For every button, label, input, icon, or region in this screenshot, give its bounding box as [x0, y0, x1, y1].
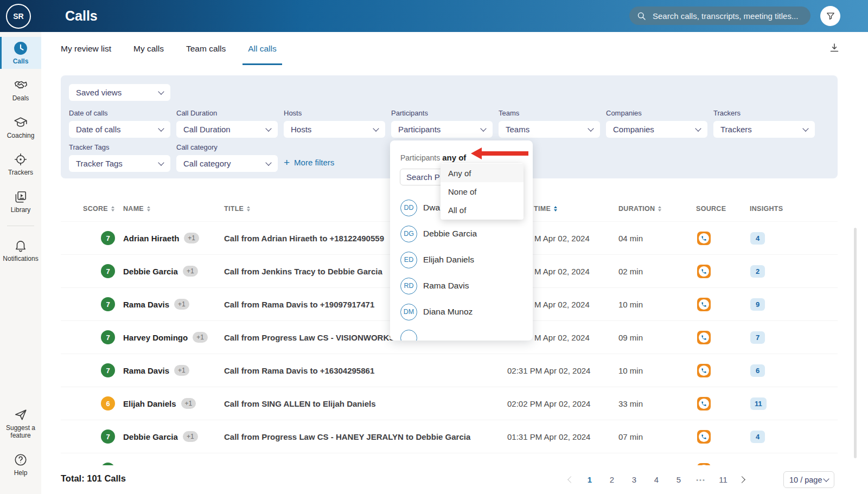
call-time: 01:31 PM Apr 02, 2024 [507, 432, 618, 441]
plus-icon: + [284, 157, 290, 168]
saved-views-select[interactable]: Saved views [69, 84, 170, 101]
extra-participants-badge[interactable]: +1 [183, 431, 198, 442]
sort-icon[interactable] [147, 206, 150, 211]
page-button-1[interactable]: 1 [584, 475, 596, 484]
participant-name: Diana Munoz [423, 307, 473, 317]
insights-count[interactable]: 4 [750, 431, 765, 443]
sidebar-item-suggest-a-feature[interactable]: Suggest a feature [0, 403, 41, 444]
insights-count[interactable]: 2 [750, 265, 765, 278]
chevron-down-icon [265, 159, 271, 165]
source-badge [697, 364, 711, 377]
call-duration: 09 min [618, 333, 696, 342]
insights-count[interactable]: 7 [750, 331, 765, 344]
more-filters-link[interactable]: +More filters [284, 154, 385, 171]
score-badge: 7 [101, 297, 115, 311]
insights-count[interactable]: 4 [750, 232, 765, 245]
download-icon [828, 42, 842, 55]
filter-companies-select[interactable]: Companies [606, 121, 707, 138]
participant-option[interactable]: RDRama Davis [400, 273, 533, 299]
extra-participants-badge[interactable]: +1 [181, 398, 196, 409]
participant-option[interactable]: DMDiana Munoz [400, 299, 533, 325]
filter-hosts-select[interactable]: Hosts [284, 121, 385, 138]
extra-participants-badge[interactable]: +1 [184, 233, 199, 243]
column-header-source: SOURCE [696, 205, 750, 213]
filter-teams-select[interactable]: Teams [499, 121, 600, 138]
filter-trackers: TrackersTrackers [713, 109, 815, 138]
search-filter-button[interactable] [820, 6, 840, 26]
operator-value[interactable]: any of [442, 153, 466, 162]
insights-count[interactable]: 6 [750, 364, 765, 377]
tab-all-calls[interactable]: All calls [242, 32, 282, 65]
score-badge: 7 [101, 363, 115, 377]
pagination-ellipsis: ••• [695, 477, 707, 483]
column-header-name[interactable]: NAME [123, 205, 224, 213]
filter-call-category-select[interactable]: Call category [176, 155, 278, 172]
insights-count[interactable]: 11 [750, 397, 767, 410]
tab-my-calls[interactable]: My calls [128, 32, 169, 65]
sidebar-item-library[interactable]: Library [0, 185, 41, 217]
sidebar-divider [7, 226, 34, 226]
score-badge: 7 [101, 429, 115, 444]
sidebar-item-deals[interactable]: Deals [0, 74, 41, 106]
page-button-3[interactable]: 3 [628, 475, 640, 484]
filter-date-of-calls-select[interactable]: Date of calls [69, 121, 170, 138]
participant-avatar: DG [400, 226, 417, 242]
page-button-5[interactable]: 5 [673, 475, 685, 484]
chevron-down-icon [823, 476, 829, 482]
extra-participants-badge[interactable]: +1 [193, 332, 208, 343]
sort-icon[interactable] [111, 206, 114, 211]
call-name: Elijah Daniels+1 [123, 398, 224, 409]
call-duration: 02 min [618, 267, 696, 276]
participant-avatar: DM [400, 304, 417, 320]
filter-tracker-tags-select[interactable]: Tracker Tags [69, 155, 170, 172]
sort-icon[interactable] [554, 206, 557, 211]
avatar[interactable]: SR [6, 4, 31, 29]
sidebar-item-calls[interactable]: Calls [0, 37, 41, 69]
column-header-duration[interactable]: DURATION [618, 205, 696, 213]
sidebar-item-trackers[interactable]: Trackers [0, 148, 41, 180]
sort-icon[interactable] [247, 206, 250, 211]
tab-team-calls[interactable]: Team calls [181, 32, 231, 65]
filter-participants-select[interactable]: Participants [391, 121, 493, 138]
table-row[interactable]: 7Debbie Garcia+1Call from Progress Law C… [61, 420, 838, 453]
operator-option-all-of[interactable]: All of [441, 201, 524, 219]
filter-trackers-select[interactable]: Trackers [713, 121, 815, 138]
page-button-4[interactable]: 4 [650, 475, 662, 484]
phone-icon [699, 233, 709, 243]
page-size-select[interactable]: 10 / page [783, 471, 834, 488]
sidebar-item-coaching[interactable]: Coaching [0, 111, 41, 143]
table-row[interactable]: 6Elijah Daniels+1Call from SING ALLEN to… [61, 387, 838, 420]
participant-option[interactable] [400, 325, 533, 341]
download-button[interactable] [828, 42, 842, 56]
operator-option-none-of[interactable]: None of [441, 182, 524, 201]
next-page-button[interactable] [738, 476, 745, 483]
column-label: SCORE [83, 205, 108, 213]
search-input[interactable] [652, 11, 803, 21]
column-header-score[interactable]: SCORE [61, 205, 123, 213]
chevron-down-icon [695, 125, 701, 131]
page-button-11[interactable]: 11 [717, 475, 729, 484]
extra-participants-badge[interactable]: +1 [183, 266, 198, 277]
total-calls-label: Total: 101 Calls [61, 473, 126, 484]
sidebar-item-notifications[interactable]: Notifications [0, 234, 41, 266]
call-time: 02:02 PM Apr 02, 2024 [507, 399, 618, 408]
sort-icon[interactable] [658, 206, 661, 211]
filter-call-duration-select[interactable]: Call Duration [176, 121, 278, 138]
vertical-scrollbar[interactable] [854, 228, 857, 458]
extra-participants-badge[interactable]: +1 [174, 299, 189, 310]
funnel-icon [825, 11, 836, 22]
graduation-cap-icon [14, 116, 28, 130]
page-button-2[interactable]: 2 [606, 475, 618, 484]
call-title: Call from Rama Davis to +16304295861 [224, 366, 507, 375]
chevron-down-icon [158, 88, 164, 94]
extra-participants-badge[interactable]: +1 [174, 365, 189, 376]
insights-count[interactable]: 9 [750, 298, 765, 311]
tab-my-review-list[interactable]: My review list [55, 32, 117, 65]
operator-option-any-of[interactable]: Any of [441, 164, 524, 182]
sidebar-item-help[interactable]: Help [0, 448, 41, 480]
participant-option[interactable]: DGDebbie Garcia [400, 221, 533, 247]
participant-option[interactable]: EDElijah Daniels [400, 247, 533, 273]
table-row[interactable]: 7Rama Davis+1Call from Rama Davis to +16… [61, 354, 838, 387]
global-search[interactable] [629, 7, 810, 25]
prev-page-button[interactable] [567, 476, 575, 483]
